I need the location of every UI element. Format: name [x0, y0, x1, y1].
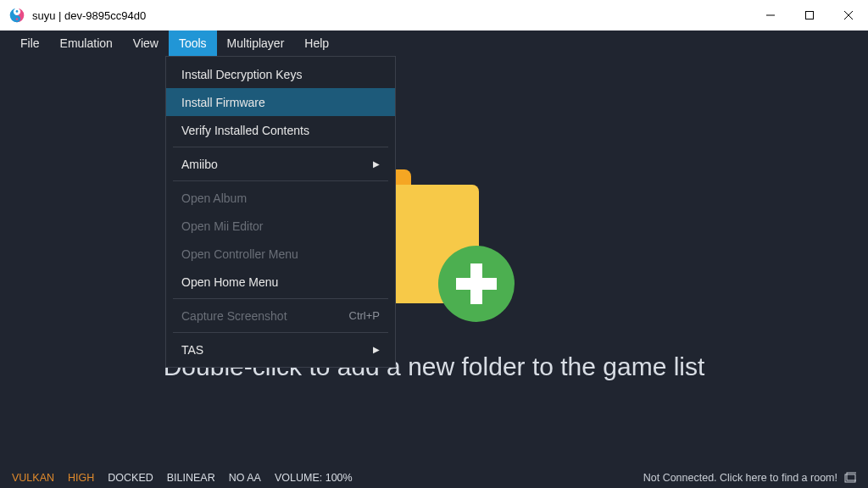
dd-amiibo[interactable]: Amiibo ▶	[166, 150, 395, 178]
status-connection: Not Connected. Click here to find a room…	[643, 472, 837, 484]
menu-multiplayer[interactable]: Multiplayer	[217, 30, 295, 56]
titlebar-left: suyu | dev-9895cc94d0	[8, 7, 751, 24]
dd-tas[interactable]: TAS ▶	[166, 336, 395, 363]
dd-open-album: Open Album	[166, 184, 395, 212]
dd-item-label: Open Home Menu	[181, 275, 278, 289]
maximize-button[interactable]	[790, 0, 829, 30]
dd-separator	[173, 298, 388, 299]
status-api[interactable]: VULKAN	[12, 472, 54, 484]
dd-separator	[173, 180, 388, 181]
dd-item-label: Capture Screenshot	[181, 309, 287, 323]
minimize-button[interactable]	[751, 0, 790, 30]
tools-dropdown: Install Decryption Keys Install Firmware…	[165, 56, 396, 368]
close-button[interactable]	[829, 0, 868, 30]
dd-item-label: Open Mii Editor	[181, 219, 263, 233]
dd-item-label: TAS	[181, 343, 203, 357]
dd-open-controller-menu: Open Controller Menu	[166, 240, 395, 268]
dd-item-label: Install Firmware	[181, 96, 265, 109]
plus-circle-icon	[438, 246, 515, 322]
titlebar-controls	[751, 0, 868, 30]
titlebar: suyu | dev-9895cc94d0	[0, 0, 868, 30]
svg-point-1	[16, 18, 19, 20]
statusbar-left: VULKAN HIGH DOCKED BILINEAR NO AA VOLUME…	[12, 472, 353, 484]
status-filter[interactable]: BILINEAR	[167, 472, 215, 484]
menu-emulation[interactable]: Emulation	[50, 30, 123, 56]
status-dock[interactable]: DOCKED	[108, 472, 153, 484]
chevron-right-icon: ▶	[373, 159, 380, 169]
menu-tools[interactable]: Tools	[169, 30, 217, 56]
menu-file[interactable]: File	[10, 30, 50, 56]
dd-open-home-menu[interactable]: Open Home Menu	[166, 268, 395, 296]
menu-view[interactable]: View	[123, 30, 169, 56]
menubar: File Emulation View Tools Multiplayer He…	[0, 30, 868, 56]
dd-separator	[173, 332, 388, 333]
titlebar-title: suyu | dev-9895cc94d0	[32, 9, 146, 22]
statusbar: VULKAN HIGH DOCKED BILINEAR NO AA VOLUME…	[0, 468, 868, 488]
dd-separator	[173, 147, 388, 147]
dd-install-firmware[interactable]: Install Firmware	[166, 88, 395, 116]
content-area[interactable]: Install Decryption Keys Install Firmware…	[0, 56, 868, 468]
chevron-right-icon: ▶	[373, 345, 380, 354]
svg-point-0	[16, 10, 19, 13]
dd-verify-installed-contents[interactable]: Verify Installed Contents	[166, 116, 395, 144]
dd-item-label: Install Decryption Keys	[181, 68, 302, 81]
room-icon	[844, 472, 856, 484]
menu-help[interactable]: Help	[294, 30, 339, 56]
status-aa[interactable]: NO AA	[229, 472, 261, 484]
dd-item-label: Open Controller Menu	[181, 247, 298, 261]
svg-rect-7	[847, 473, 856, 480]
status-accuracy[interactable]: HIGH	[68, 472, 94, 484]
dd-item-shortcut: Ctrl+P	[349, 309, 380, 322]
svg-rect-3	[806, 12, 814, 19]
dd-capture-screenshot: Capture Screenshot Ctrl+P	[166, 302, 395, 330]
dd-item-label: Open Album	[181, 191, 247, 205]
app-window: suyu | dev-9895cc94d0 File Emulation Vie…	[0, 0, 868, 488]
dd-item-label: Amiibo	[181, 158, 218, 171]
statusbar-right[interactable]: Not Connected. Click here to find a room…	[643, 472, 856, 484]
status-volume[interactable]: VOLUME: 100%	[275, 472, 353, 484]
app-icon	[8, 7, 25, 24]
dd-item-label: Verify Installed Contents	[181, 124, 309, 137]
dd-install-decryption-keys[interactable]: Install Decryption Keys	[166, 60, 395, 88]
dd-open-mii-editor: Open Mii Editor	[166, 212, 395, 240]
